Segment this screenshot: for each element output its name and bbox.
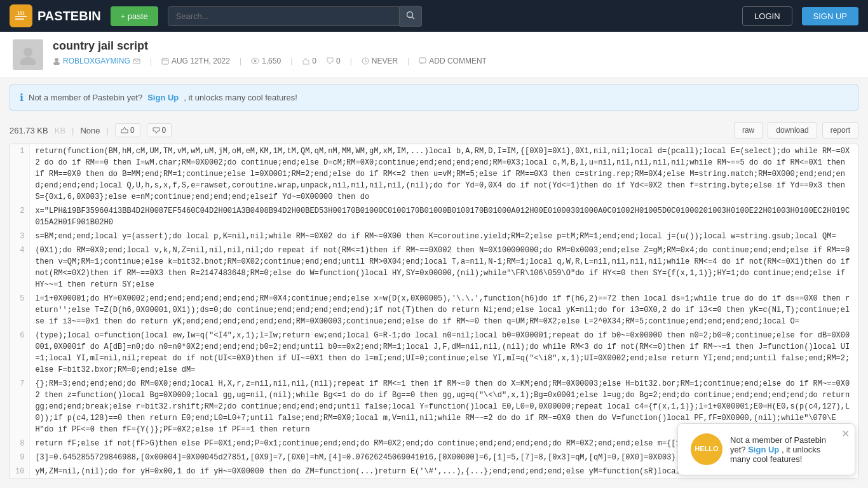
- search-area: [168, 6, 422, 27]
- author-link[interactable]: ROBLOXGAYMING: [63, 57, 130, 65]
- vote-up-area: 0: [302, 57, 316, 65]
- thumbsdown-small-icon: [153, 126, 160, 134]
- vote-down-count: 0: [162, 126, 166, 135]
- logo-icon: 101: [10, 4, 32, 27]
- calendar-icon: [161, 57, 169, 65]
- paste-header: country jail script ROBLOXGAYMING |: [0, 32, 868, 78]
- search-input[interactable]: [168, 6, 400, 26]
- vote-down-area: 0: [326, 57, 341, 65]
- avatar: [13, 39, 43, 70]
- author-icon-area: ROBLOXGAYMING: [53, 57, 140, 65]
- notice-text: Not a member of Pastebin yet?: [29, 93, 142, 102]
- svg-point-4: [407, 11, 412, 17]
- add-comment-link[interactable]: ADD COMMENT: [429, 57, 487, 65]
- logo-link[interactable]: 101 PASTEBIN: [10, 4, 101, 27]
- table-row: 3s=BM;end;end;local y=(assert);do local …: [10, 229, 858, 243]
- svg-point-7: [20, 57, 36, 65]
- new-paste-button[interactable]: + paste: [111, 6, 158, 26]
- svg-text:101: 101: [17, 11, 25, 15]
- separator-4: |: [350, 57, 352, 65]
- line-number: 1: [10, 144, 30, 204]
- paste-date: AUG 12TH, 2022: [172, 57, 230, 65]
- logo-text: PASTEBIN: [37, 9, 101, 24]
- thumbsup-small-icon: [121, 126, 128, 134]
- toolbar: 261.73 KB KB | None | 0 0 raw download r…: [0, 117, 868, 144]
- signup-button[interactable]: SIGN UP: [802, 7, 858, 25]
- hello-popup: ✕ HELLO Not a member of Pastebin yet? Si…: [677, 423, 855, 475]
- paste-info: country jail script ROBLOXGAYMING |: [53, 39, 855, 65]
- line-number: 3: [10, 229, 30, 243]
- comment-area: ADD COMMENT: [419, 57, 487, 65]
- envelope-icon: [133, 57, 140, 65]
- table-row: 6(type);local o=function(local ew,Iw=q("…: [10, 329, 858, 377]
- separator-5: |: [407, 57, 409, 65]
- hello-badge: HELLO: [691, 433, 722, 465]
- line-number: 4: [10, 243, 30, 292]
- paste-meta: ROBLOXGAYMING | AUG 12TH, 2022 |: [53, 57, 855, 65]
- separator-3: |: [290, 57, 292, 65]
- vote-up-button[interactable]: 0: [115, 123, 140, 137]
- file-size: 261.73 KB: [10, 126, 48, 135]
- views-area: 1,650: [251, 57, 281, 65]
- toolbar-sep-2: |: [72, 126, 74, 135]
- user-icon: [53, 57, 60, 65]
- info-icon: ℹ: [20, 92, 24, 104]
- date-area: AUG 12TH, 2022: [161, 57, 230, 65]
- raw-button[interactable]: raw: [734, 122, 763, 139]
- toolbar-right: raw download report: [734, 122, 858, 139]
- comment-icon: [419, 57, 426, 65]
- paste-format: None: [80, 126, 100, 135]
- paste-expiry: NEVER: [372, 57, 398, 65]
- eye-icon: [251, 58, 259, 64]
- paste-title: country jail script: [53, 39, 855, 53]
- separator-2: |: [240, 57, 241, 65]
- vote-up-count: 0: [130, 126, 135, 135]
- download-button[interactable]: download: [768, 122, 817, 139]
- svg-point-8: [55, 58, 58, 62]
- code-line: (type);local o=function(local ew,Iw=q("<…: [30, 329, 858, 377]
- svg-rect-20: [419, 58, 426, 63]
- table-row: 5l=1+0X00001;do HY=0X0002;end;end;end;en…: [10, 292, 858, 329]
- svg-rect-11: [162, 58, 168, 64]
- line-number: 5: [10, 292, 30, 329]
- line-number: 10: [10, 464, 30, 478]
- hello-signup-link[interactable]: Sign Up: [748, 445, 779, 454]
- separator-1: |: [150, 57, 152, 65]
- votes-up: 0: [312, 57, 316, 65]
- line-number: 9: [10, 451, 30, 464]
- svg-point-16: [254, 60, 257, 62]
- header: 101 PASTEBIN + paste LOGIN SIGN UP: [0, 0, 868, 32]
- notice-bar: ℹ Not a member of Pastebin yet? Sign Up …: [10, 85, 858, 111]
- svg-point-6: [24, 48, 32, 57]
- vote-down-button[interactable]: 0: [147, 123, 172, 137]
- toolbar-sep-3: |: [107, 126, 109, 135]
- code-line: x="LPH&19BF35960413BB4D2H0087EF5460C04D2…: [30, 204, 858, 229]
- table-row: 4(0X1);do RM=0X0;end;local v,k,N,Z=nil,n…: [10, 243, 858, 292]
- table-row: 1return(function(BM,hM,cM,UM,TM,vM,wM,uM…: [10, 144, 858, 204]
- line-number: 2: [10, 204, 30, 229]
- line-number: 8: [10, 437, 30, 451]
- expiry-area: NEVER: [362, 57, 398, 65]
- line-number: 7: [10, 377, 30, 437]
- votes-down: 0: [336, 57, 341, 65]
- svg-line-5: [412, 17, 414, 19]
- code-line: (0X1);do RM=0X0;end;local v,k,N,Z=nil,ni…: [30, 243, 858, 292]
- notice-suffix: , it unlocks many cool features!: [184, 93, 297, 102]
- clock-icon: [362, 57, 369, 65]
- svg-point-9: [53, 62, 60, 65]
- paste-views: 1,650: [262, 57, 281, 65]
- login-button[interactable]: LOGIN: [742, 6, 792, 26]
- hello-text: Not a member of Pastebin yet? Sign Up , …: [730, 435, 842, 464]
- svg-rect-3: [15, 18, 24, 20]
- table-row: 2x="LPH&19BF35960413BB4D2H0087EF5460C04D…: [10, 204, 858, 229]
- search-button[interactable]: [400, 6, 422, 27]
- report-button[interactable]: report: [822, 122, 858, 139]
- thumbsdown-icon: [326, 57, 334, 65]
- toolbar-sep-1: KB: [55, 126, 65, 135]
- svg-rect-2: [15, 16, 27, 17]
- code-line: s=BM;end;end;local y=(assert);do local p…: [30, 229, 858, 243]
- hello-close-button[interactable]: ✕: [841, 428, 850, 440]
- thumbsup-icon: [302, 57, 309, 65]
- notice-signup-link[interactable]: Sign Up: [147, 93, 179, 102]
- code-line: return(function(BM,hM,cM,UM,TM,vM,wM,uM,…: [30, 144, 858, 204]
